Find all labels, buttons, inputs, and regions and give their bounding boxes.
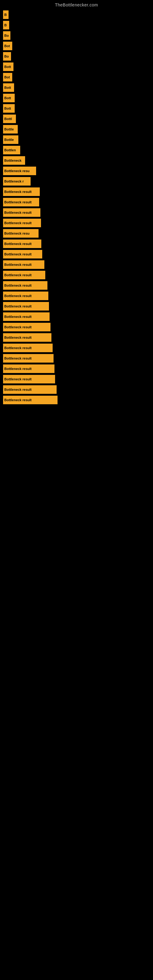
bar-label-0: B <box>4 13 7 16</box>
bar-13: Bottlen <box>3 146 20 154</box>
bar-row-0: B <box>0 10 153 19</box>
bar-32: Bottleneck result <box>3 344 53 352</box>
bar-label-35: Bottleneck result <box>4 377 32 381</box>
bar-label-15: Bottleneck resu <box>4 169 30 173</box>
bar-row-25: Bottleneck result <box>0 271 153 279</box>
bar-label-16: Bottleneck r <box>4 180 24 183</box>
bar-10: Bottl <box>3 115 16 123</box>
bar-24: Bottleneck result <box>3 260 45 269</box>
bar-2: Bo <box>3 31 10 40</box>
bar-37: Bottleneck result <box>3 396 57 404</box>
bar-row-33: Bottleneck result <box>0 354 153 363</box>
bar-31: Bottleneck result <box>3 333 51 342</box>
bar-label-4: Bo <box>4 54 9 58</box>
bar-row-34: Bottleneck result <box>0 364 153 373</box>
bar-row-30: Bottleneck result <box>0 323 153 331</box>
bar-17: Bottleneck result <box>3 188 40 196</box>
bar-label-10: Bottl <box>4 117 12 121</box>
bar-15: Bottleneck resu <box>3 167 36 175</box>
bar-label-22: Bottleneck result <box>4 242 32 246</box>
bar-7: Bott <box>3 83 14 92</box>
bar-label-28: Bottleneck result <box>4 304 32 308</box>
bars-container: BBBoBotBoBottBotBottBottBottBottlBottleB… <box>0 10 153 404</box>
bar-28: Bottleneck result <box>3 302 49 310</box>
bar-19: Bottleneck result <box>3 208 40 217</box>
bar-label-27: Bottleneck result <box>4 294 32 298</box>
bar-label-21: Bottleneck resu <box>4 232 30 235</box>
bar-33: Bottleneck result <box>3 354 54 363</box>
bar-row-24: Bottleneck result <box>0 260 153 269</box>
bar-5: Bott <box>3 62 13 71</box>
bar-11: Bottle <box>3 125 18 134</box>
bar-8: Bott <box>3 94 15 102</box>
bar-25: Bottleneck result <box>3 271 45 279</box>
bar-label-8: Bott <box>4 96 11 100</box>
bar-label-3: Bot <box>4 44 10 48</box>
bar-14: Bottleneck <box>3 156 25 165</box>
bar-row-35: Bottleneck result <box>0 375 153 383</box>
bar-row-37: Bottleneck result <box>0 396 153 404</box>
bar-label-18: Bottleneck result <box>4 200 32 204</box>
bar-row-23: Bottleneck result <box>0 250 153 258</box>
bar-label-31: Bottleneck result <box>4 336 32 339</box>
bar-label-12: Bottle <box>4 138 14 142</box>
bar-label-11: Bottle <box>4 127 14 131</box>
bar-label-13: Bottlen <box>4 148 16 152</box>
bar-row-13: Bottlen <box>0 146 153 154</box>
bar-row-22: Bottleneck result <box>0 240 153 248</box>
bar-row-20: Bottleneck result <box>0 219 153 227</box>
bar-label-24: Bottleneck result <box>4 263 32 266</box>
bar-row-5: Bott <box>0 62 153 71</box>
bar-row-2: Bo <box>0 31 153 40</box>
bar-row-6: Bot <box>0 73 153 81</box>
bar-row-11: Bottle <box>0 125 153 134</box>
bar-label-32: Bottleneck result <box>4 346 32 350</box>
bar-label-5: Bott <box>4 65 11 68</box>
bar-row-18: Bottleneck result <box>0 198 153 207</box>
bar-9: Bott <box>3 104 15 113</box>
bar-26: Bottleneck result <box>3 281 48 290</box>
bar-3: Bot <box>3 41 12 50</box>
bar-row-31: Bottleneck result <box>0 333 153 342</box>
bar-label-33: Bottleneck result <box>4 356 32 360</box>
bar-label-14: Bottleneck <box>4 159 21 162</box>
bar-row-14: Bottleneck <box>0 156 153 165</box>
bar-label-2: Bo <box>4 34 9 37</box>
bar-label-26: Bottleneck result <box>4 283 32 287</box>
bar-34: Bottleneck result <box>3 364 54 373</box>
bar-label-17: Bottleneck result <box>4 190 32 194</box>
bar-row-32: Bottleneck result <box>0 344 153 352</box>
bar-row-9: Bott <box>0 104 153 113</box>
bar-row-27: Bottleneck result <box>0 291 153 300</box>
bar-30: Bottleneck result <box>3 323 51 331</box>
bar-label-36: Bottleneck result <box>4 388 32 391</box>
bar-16: Bottleneck r <box>3 177 30 186</box>
bar-21: Bottleneck resu <box>3 229 38 238</box>
bar-label-20: Bottleneck result <box>4 221 32 225</box>
bar-row-1: B <box>0 21 153 29</box>
bar-1: B <box>3 21 9 29</box>
bar-18: Bottleneck result <box>3 198 39 207</box>
bar-label-30: Bottleneck result <box>4 325 32 329</box>
bar-22: Bottleneck result <box>3 240 41 248</box>
bar-29: Bottleneck result <box>3 312 49 321</box>
bar-row-15: Bottleneck resu <box>0 167 153 175</box>
bar-row-36: Bottleneck result <box>0 385 153 394</box>
bar-label-25: Bottleneck result <box>4 273 32 277</box>
bar-row-26: Bottleneck result <box>0 281 153 290</box>
bar-20: Bottleneck result <box>3 219 41 227</box>
bar-row-19: Bottleneck result <box>0 208 153 217</box>
bar-27: Bottleneck result <box>3 291 48 300</box>
bar-label-34: Bottleneck result <box>4 367 32 371</box>
bar-12: Bottle <box>3 135 18 144</box>
bar-row-29: Bottleneck result <box>0 312 153 321</box>
bar-label-9: Bott <box>4 107 11 110</box>
bar-row-10: Bottl <box>0 115 153 123</box>
bar-label-1: B <box>4 23 7 27</box>
bar-4: Bo <box>3 52 11 60</box>
bar-row-8: Bott <box>0 94 153 102</box>
bar-label-6: Bot <box>4 75 10 79</box>
bar-6: Bot <box>3 73 12 81</box>
bar-label-29: Bottleneck result <box>4 315 32 318</box>
bar-label-23: Bottleneck result <box>4 252 32 256</box>
